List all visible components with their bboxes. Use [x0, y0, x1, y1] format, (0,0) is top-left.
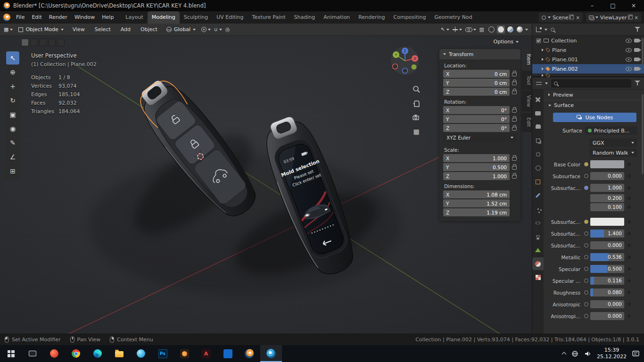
gizmo-x-axis[interactable]: X: [413, 57, 416, 61]
filter-icon[interactable]: [635, 81, 640, 86]
decorator-dot[interactable]: [627, 303, 631, 306]
lock-icon[interactable]: [512, 71, 517, 77]
roughness-slider[interactable]: 0.080: [590, 288, 624, 296]
tab-tool[interactable]: [532, 93, 544, 106]
workspace-tab-geometry-nodes[interactable]: Geometry Nod: [430, 11, 476, 24]
keyframe-dot[interactable]: [584, 243, 588, 247]
menu-add[interactable]: Add: [117, 25, 134, 34]
select-tool-option-5[interactable]: [57, 39, 65, 46]
base-color-swatch[interactable]: [590, 160, 624, 168]
decorator-dot[interactable]: [627, 197, 631, 200]
close-button[interactable]: ×: [623, 0, 644, 11]
eye-icon[interactable]: [626, 48, 632, 52]
decorator-dot[interactable]: [627, 291, 631, 294]
taskbar-clock[interactable]: 15:39 25.12.2022: [597, 347, 627, 361]
rotation-mode-dropdown[interactable]: XYZ Euler: [443, 133, 517, 142]
decorator-dot[interactable]: [627, 279, 631, 282]
remove-viewlayer-icon[interactable]: ×: [635, 15, 638, 20]
taskbar-app-edge[interactable]: [87, 345, 108, 362]
radius-y-field[interactable]: 0.200: [590, 194, 624, 202]
keyframe-dot[interactable]: [584, 162, 588, 166]
pan-hand-icon[interactable]: [411, 98, 421, 108]
npanel-tab-edit[interactable]: Edit: [521, 113, 532, 132]
menu-select[interactable]: Select: [91, 25, 114, 34]
workspace-tab-uv-editing[interactable]: UV Editing: [212, 11, 248, 24]
taskbar-app-blender-running[interactable]: [260, 345, 282, 362]
start-button[interactable]: [0, 345, 22, 362]
lock-icon[interactable]: [512, 116, 517, 122]
camera-icon[interactable]: [634, 67, 639, 71]
subsurface-ior-slider[interactable]: 1.400: [590, 230, 624, 238]
options-dropdown[interactable]: Options: [494, 39, 519, 45]
lock-icon[interactable]: [512, 107, 517, 113]
workspace-tab-sculpting[interactable]: Sculpting: [180, 11, 212, 24]
measure-tool[interactable]: ∠: [6, 150, 19, 164]
menu-edit[interactable]: Edit: [28, 13, 45, 22]
lock-icon[interactable]: [512, 155, 517, 161]
radius-z-field[interactable]: 0.100: [590, 203, 624, 211]
location-z-field[interactable]: Z0 cm: [443, 88, 510, 96]
cursor-tool[interactable]: ⊕: [6, 66, 19, 79]
lock-icon[interactable]: [512, 164, 517, 170]
keyframe-dot[interactable]: [584, 302, 588, 306]
select-box-tool[interactable]: ↖: [6, 51, 19, 65]
editor-type-selector[interactable]: ▦: [4, 26, 13, 33]
taskbar-app-blender[interactable]: [239, 345, 260, 362]
decorator-dot[interactable]: [627, 220, 631, 223]
pivot-point-selector[interactable]: [201, 27, 211, 32]
taskbar-app-teal[interactable]: [130, 345, 152, 362]
workspace-tab-texture-paint[interactable]: Texture Paint: [248, 11, 290, 24]
transform-tool[interactable]: ◉: [6, 122, 19, 135]
tab-particles[interactable]: [532, 203, 544, 215]
minimize-button[interactable]: –: [582, 0, 603, 11]
blender-logo-icon[interactable]: [3, 14, 10, 21]
menu-object[interactable]: Object: [137, 25, 161, 34]
select-tool-option-2[interactable]: [30, 39, 38, 46]
proportional-edit-toggle[interactable]: ◎: [225, 26, 230, 33]
menu-file[interactable]: File: [13, 13, 28, 22]
workspace-tab-animation[interactable]: Animation: [319, 11, 354, 24]
annotate-tool[interactable]: ✎: [6, 136, 19, 149]
move-tool[interactable]: +: [6, 80, 19, 93]
transform-orientation-selector[interactable]: Global: [164, 25, 198, 34]
expand-icon[interactable]: [542, 49, 544, 51]
gizmo-z-axis[interactable]: Z: [404, 49, 406, 53]
location-x-field[interactable]: X0 cm: [443, 70, 510, 78]
tab-material[interactable]: [532, 257, 544, 270]
keyframe-dot[interactable]: [584, 220, 588, 224]
scale-tool[interactable]: ▣: [6, 108, 19, 121]
outliner-row-plane-002[interactable]: Plane.002: [532, 64, 644, 74]
eye-icon[interactable]: [626, 67, 632, 71]
scene-selector[interactable]: Scene ×: [539, 13, 583, 22]
anisotropic-slider[interactable]: 0.000: [590, 300, 624, 308]
new-scene-icon[interactable]: [570, 16, 574, 19]
tab-object-data[interactable]: [532, 244, 544, 256]
taskbar-app-a[interactable]: A: [195, 345, 217, 362]
mode-selector[interactable]: Object Mode: [16, 25, 66, 34]
keyframe-dot[interactable]: [584, 314, 588, 318]
radius-x-field[interactable]: 1.000: [590, 184, 624, 192]
tab-world[interactable]: [532, 162, 544, 174]
menu-window[interactable]: Window: [71, 13, 98, 22]
decorator-dot[interactable]: [627, 267, 631, 271]
volume-icon[interactable]: [584, 350, 591, 357]
scale-y-field[interactable]: Y0.500: [443, 163, 510, 171]
camera-icon[interactable]: [634, 58, 639, 61]
select-tool-option-4[interactable]: [48, 39, 56, 46]
properties-editor-icon[interactable]: [536, 81, 542, 86]
workspace-tab-compositing[interactable]: Compositing: [389, 11, 430, 24]
location-y-field[interactable]: Y0 cm: [443, 79, 510, 87]
npanel-tab-tool[interactable]: Tool: [521, 71, 532, 90]
network-icon[interactable]: [571, 350, 578, 357]
shading-rendered[interactable]: [516, 25, 524, 33]
keyframe-dot[interactable]: [584, 255, 588, 259]
outliner-row-plane-001[interactable]: Plane.001: [532, 55, 644, 64]
keyframe-dot[interactable]: [584, 231, 588, 236]
zoom-icon[interactable]: [411, 84, 421, 94]
menu-view[interactable]: View: [69, 25, 88, 34]
tab-modifiers[interactable]: [532, 189, 544, 202]
tab-output[interactable]: [532, 121, 544, 133]
scale-z-field[interactable]: Z1.000: [443, 172, 510, 180]
lock-icon[interactable]: [512, 125, 517, 131]
workspace-tab-layout[interactable]: Layout: [121, 11, 147, 24]
